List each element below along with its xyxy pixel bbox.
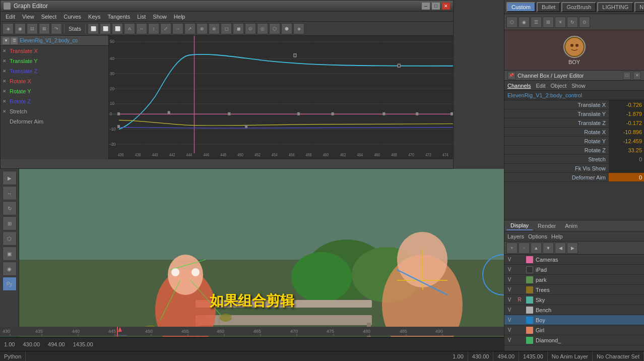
menu-tangents[interactable]: Tangents [105,13,134,20]
layer-up-btn[interactable]: ▲ [531,243,542,254]
minimize-button[interactable]: ─ [422,3,430,10]
tb-btn-21[interactable]: ⬢ [281,23,292,34]
lv-rotate-btn[interactable]: ↻ [3,201,17,215]
channel-item-deformer[interactable]: Deformer Aim [1,116,108,127]
layer-row-diamond[interactable]: V Diamond_ [504,335,644,345]
channel-item-rx[interactable]: ✕ Rotate X [1,76,108,86]
layer-prev-btn[interactable]: ◀ [555,243,566,254]
layer-row-ipad[interactable]: V iPad [504,265,644,275]
tb-btn-13[interactable]: ↗ [184,23,196,34]
rtab-nurbs[interactable]: NURBS [634,2,644,12]
lv-move-btn[interactable]: ↔ [3,186,17,200]
rt-btn-render[interactable]: ◉ [519,17,530,28]
maximize-button[interactable]: □ [432,3,440,10]
menu-edit[interactable]: Edit [3,13,18,20]
layer-row-cameras[interactable]: V Cameras [504,255,644,265]
channel-item-tz[interactable]: ✕ Translate Z [1,66,108,76]
ch-rz-toggle[interactable]: ✕ [3,99,8,104]
lv-scale-btn[interactable]: ⊞ [3,216,17,230]
layer-row-park[interactable]: V park [504,275,644,285]
tb-btn-2[interactable]: ◉ [15,23,26,34]
lv-sculpt-btn[interactable]: ◉ [3,262,17,276]
ch-stretch-toggle[interactable]: ✕ [3,109,8,114]
menu-curves[interactable]: Curves [60,13,84,20]
ch-collapse-icon[interactable]: ▼ [3,37,10,44]
tb-btn-17[interactable]: ◼ [233,23,244,34]
rt-btn-grid[interactable]: ⊞ [543,17,554,28]
lv-lasso-btn[interactable]: ⬡ [3,231,17,246]
layer-v-diamond[interactable]: V [504,337,514,343]
ltab-display[interactable]: Display [506,221,533,230]
ltab-anim[interactable]: Anim [561,222,582,230]
tb-btn-15[interactable]: ⊗ [209,23,220,34]
channel-item-ry[interactable]: ✕ Rotate Y [1,86,108,96]
tb-btn-12[interactable]: → [172,23,183,34]
rt-btn-light[interactable]: ☀ [555,17,566,28]
ch-ry-toggle[interactable]: ✕ [3,89,8,94]
tb-btn-5[interactable]: ↷ [51,23,62,34]
layer-v-girl[interactable]: V [504,327,514,333]
rt-btn-reset[interactable]: ⊙ [579,17,590,28]
attr-value-stretch[interactable]: 0 [609,155,644,163]
tb-btn-1[interactable]: ◈ [3,23,14,34]
layer-v-park[interactable]: V [504,277,514,282]
lv-select-btn[interactable]: ▶ [3,171,17,185]
cb-tab-channels[interactable]: Channels [507,83,531,89]
cb-close-btn[interactable]: ✕ [633,72,641,80]
layer-v-boy[interactable]: V [504,317,514,323]
menu-keys[interactable]: Keys [85,13,103,20]
layers-opt-help[interactable]: Help [551,233,563,239]
layers-opt-layers[interactable]: Layers [507,233,524,239]
rt-btn-cam[interactable]: ⬡ [506,17,518,28]
attr-value-ty[interactable]: -1.879 [609,109,644,118]
tb-btn-8[interactable]: A [124,23,135,34]
layer-v-ipad[interactable]: V [504,267,514,272]
attr-value-rz[interactable]: 33.25 [609,146,644,154]
attr-value-ry[interactable]: -12.459 [609,137,644,145]
tb-btn-6[interactable]: ⬜ [100,23,111,34]
ltab-render[interactable]: Render [534,222,560,230]
close-button[interactable]: ✕ [442,3,450,10]
cb-tab-edit[interactable]: Edit [536,83,545,89]
cb-expand-btn[interactable]: □ [623,72,631,80]
attr-value-fkvis[interactable] [609,164,644,172]
lv-paint-btn[interactable]: ▣ [3,247,17,261]
layer-v-sky[interactable]: V [504,297,514,303]
tb-btn-20[interactable]: ⬡ [269,23,280,34]
layer-add-btn[interactable]: + [506,243,518,254]
layer-next-btn[interactable]: ▶ [567,243,578,254]
tb-btn-14[interactable]: ⊕ [197,23,208,34]
attr-value-deformer[interactable]: 0 [609,173,644,182]
layer-row-girl[interactable]: V Girl [504,325,644,335]
tb-btn-22[interactable]: ◈ [293,23,304,34]
layer-row-boy[interactable]: V Boy [504,315,644,325]
menu-show[interactable]: Show [150,13,170,20]
ch-deformer-toggle[interactable] [3,119,8,124]
ch-tz-toggle[interactable]: ✕ [3,69,8,74]
attr-value-tx[interactable]: -0.726 [609,100,644,109]
cb-pin-btn[interactable]: 📌 [507,72,516,80]
attr-value-tz[interactable]: -0.172 [609,118,644,127]
ch-tx-toggle[interactable]: ✕ [3,48,8,53]
rtab-bullet[interactable]: Bullet [537,2,561,12]
rt-btn-show[interactable]: ☰ [531,17,542,28]
layer-r-sky[interactable]: R [514,297,525,303]
layer-v-cameras[interactable]: V [504,257,514,262]
cb-tab-show[interactable]: Show [571,83,586,89]
tb-btn-19[interactable]: ◎ [257,23,268,34]
ch-rx-toggle[interactable]: ✕ [3,79,8,84]
rtab-gozbrush[interactable]: GozBrush [561,2,596,12]
rt-btn-rotate[interactable]: ↻ [567,17,578,28]
menu-help[interactable]: Help [171,13,188,20]
tb-btn-11[interactable]: ⤢ [160,23,171,34]
curve-view[interactable]: 50 40 30 20 10 0 -10 -20 436 438 440 442… [109,36,453,159]
tb-btn-4[interactable]: ⊞ [39,23,50,34]
lv-python-btn[interactable]: Py [3,277,17,291]
channel-item-tx[interactable]: ✕ Translate X [1,46,108,56]
rtab-custom[interactable]: Custom [506,2,536,12]
tb-btn-18[interactable]: ⊙ [245,23,256,34]
layer-dn-btn[interactable]: ▼ [543,243,554,254]
tb-btn-3[interactable]: ⊟ [27,23,38,34]
tb-btn-16[interactable]: ◻ [221,23,232,34]
layer-row-trees[interactable]: V Trees [504,285,644,295]
